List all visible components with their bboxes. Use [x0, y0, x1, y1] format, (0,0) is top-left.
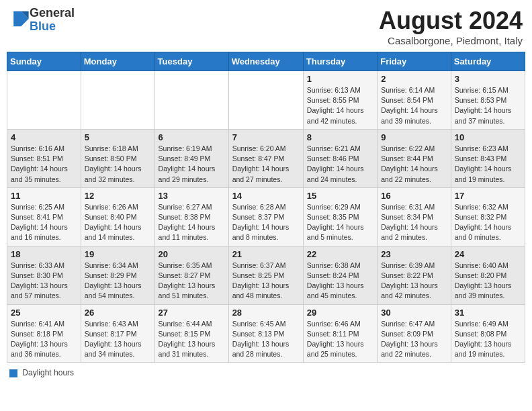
header-day-friday: Friday — [378, 52, 451, 71]
day-number: 21 — [232, 249, 300, 259]
logo-text: General Blue — [30, 7, 75, 34]
calendar-cell: 27Sunrise: 6:44 AMSunset: 8:15 PMDayligh… — [154, 304, 228, 363]
title-block: August 2024 Casalborgone, Piedmont, Ital… — [379, 7, 523, 46]
day-number: 25 — [11, 308, 77, 318]
day-number: 4 — [11, 132, 77, 142]
day-info: Sunrise: 6:20 AMSunset: 8:47 PMDaylight:… — [232, 144, 300, 185]
calendar-cell: 23Sunrise: 6:39 AMSunset: 8:22 PMDayligh… — [378, 246, 451, 304]
calendar-cell: 25Sunrise: 6:41 AMSunset: 8:18 PMDayligh… — [7, 304, 81, 363]
day-number: 8 — [307, 132, 373, 142]
calendar-cell: 30Sunrise: 6:47 AMSunset: 8:09 PMDayligh… — [378, 304, 451, 363]
day-number: 15 — [307, 191, 373, 201]
day-info: Sunrise: 6:16 AMSunset: 8:51 PMDaylight:… — [11, 144, 77, 185]
header-day-saturday: Saturday — [451, 52, 525, 71]
calendar-cell: 28Sunrise: 6:45 AMSunset: 8:13 PMDayligh… — [228, 304, 303, 363]
day-number: 26 — [85, 308, 151, 318]
calendar-week-5: 25Sunrise: 6:41 AMSunset: 8:18 PMDayligh… — [7, 304, 525, 363]
calendar-cell: 5Sunrise: 6:18 AMSunset: 8:50 PMDaylight… — [81, 129, 154, 187]
calendar-cell: 21Sunrise: 6:37 AMSunset: 8:25 PMDayligh… — [228, 246, 303, 304]
day-info: Sunrise: 6:32 AMSunset: 8:32 PMDaylight:… — [455, 202, 521, 243]
calendar-cell: 20Sunrise: 6:35 AMSunset: 8:27 PMDayligh… — [154, 246, 228, 304]
day-info: Sunrise: 6:46 AMSunset: 8:11 PMDaylight:… — [307, 319, 373, 360]
day-info: Sunrise: 6:19 AMSunset: 8:49 PMDaylight:… — [159, 144, 225, 185]
calendar-cell: 3Sunrise: 6:15 AMSunset: 8:53 PMDaylight… — [451, 71, 525, 130]
location: Casalborgone, Piedmont, Italy — [379, 35, 523, 46]
day-number: 11 — [11, 191, 77, 201]
day-number: 1 — [307, 74, 373, 84]
calendar-cell — [81, 71, 154, 130]
header-day-sunday: Sunday — [7, 52, 81, 71]
day-number: 18 — [11, 249, 77, 259]
calendar-cell — [154, 71, 228, 130]
calendar-cell: 31Sunrise: 6:49 AMSunset: 8:08 PMDayligh… — [451, 304, 525, 363]
day-number: 9 — [381, 132, 447, 142]
calendar-cell — [7, 71, 81, 130]
header-day-thursday: Thursday — [303, 52, 377, 71]
day-info: Sunrise: 6:45 AMSunset: 8:13 PMDaylight:… — [232, 319, 300, 360]
day-number: 27 — [159, 308, 225, 318]
day-number: 17 — [455, 191, 521, 201]
daylight-dot — [9, 369, 17, 377]
day-info: Sunrise: 6:26 AMSunset: 8:40 PMDaylight:… — [85, 202, 151, 243]
daylight-label: Daylight hours — [22, 368, 74, 377]
day-info: Sunrise: 6:44 AMSunset: 8:15 PMDaylight:… — [159, 319, 225, 360]
day-info: Sunrise: 6:22 AMSunset: 8:44 PMDaylight:… — [381, 144, 447, 185]
day-info: Sunrise: 6:47 AMSunset: 8:09 PMDaylight:… — [381, 319, 447, 360]
calendar-week-2: 4Sunrise: 6:16 AMSunset: 8:51 PMDaylight… — [7, 129, 525, 187]
day-info: Sunrise: 6:40 AMSunset: 8:20 PMDaylight:… — [455, 261, 521, 302]
page-header: General Blue August 2024 Casalborgone, P… — [7, 7, 525, 46]
day-number: 23 — [381, 249, 447, 259]
day-info: Sunrise: 6:33 AMSunset: 8:30 PMDaylight:… — [11, 261, 77, 302]
calendar-header: SundayMondayTuesdayWednesdayThursdayFrid… — [7, 52, 525, 71]
day-info: Sunrise: 6:14 AMSunset: 8:54 PMDaylight:… — [381, 85, 447, 126]
day-info: Sunrise: 6:39 AMSunset: 8:22 PMDaylight:… — [381, 261, 447, 302]
day-number: 28 — [232, 308, 300, 318]
day-info: Sunrise: 6:31 AMSunset: 8:34 PMDaylight:… — [381, 202, 447, 243]
header-day-tuesday: Tuesday — [154, 52, 228, 71]
day-number: 22 — [307, 249, 373, 259]
calendar-cell: 29Sunrise: 6:46 AMSunset: 8:11 PMDayligh… — [303, 304, 377, 363]
calendar-cell: 15Sunrise: 6:29 AMSunset: 8:35 PMDayligh… — [303, 187, 377, 246]
calendar-cell: 8Sunrise: 6:21 AMSunset: 8:46 PMDaylight… — [303, 129, 377, 187]
calendar-cell: 14Sunrise: 6:28 AMSunset: 8:37 PMDayligh… — [228, 187, 303, 246]
header-day-wednesday: Wednesday — [228, 52, 303, 71]
calendar-cell: 2Sunrise: 6:14 AMSunset: 8:54 PMDaylight… — [378, 71, 451, 130]
day-info: Sunrise: 6:13 AMSunset: 8:55 PMDaylight:… — [307, 85, 373, 126]
calendar-table: SundayMondayTuesdayWednesdayThursdayFrid… — [7, 52, 525, 363]
day-info: Sunrise: 6:29 AMSunset: 8:35 PMDaylight:… — [307, 202, 373, 243]
calendar-cell: 12Sunrise: 6:26 AMSunset: 8:40 PMDayligh… — [81, 187, 154, 246]
day-info: Sunrise: 6:27 AMSunset: 8:38 PMDaylight:… — [159, 202, 225, 243]
day-info: Sunrise: 6:25 AMSunset: 8:41 PMDaylight:… — [11, 202, 77, 243]
day-info: Sunrise: 6:35 AMSunset: 8:27 PMDaylight:… — [159, 261, 225, 302]
day-number: 24 — [455, 249, 521, 259]
day-info: Sunrise: 6:38 AMSunset: 8:24 PMDaylight:… — [307, 261, 373, 302]
logo-icon — [11, 9, 30, 28]
calendar-cell: 1Sunrise: 6:13 AMSunset: 8:55 PMDaylight… — [303, 71, 377, 130]
logo-general: General — [30, 6, 75, 19]
day-info: Sunrise: 6:34 AMSunset: 8:29 PMDaylight:… — [85, 261, 151, 302]
day-number: 12 — [85, 191, 151, 201]
day-number: 7 — [232, 132, 300, 142]
day-info: Sunrise: 6:43 AMSunset: 8:17 PMDaylight:… — [85, 319, 151, 360]
day-number: 6 — [159, 132, 225, 142]
day-number: 20 — [159, 249, 225, 259]
day-info: Sunrise: 6:37 AMSunset: 8:25 PMDaylight:… — [232, 261, 300, 302]
day-number: 16 — [381, 191, 447, 201]
calendar-cell — [228, 71, 303, 130]
day-number: 19 — [85, 249, 151, 259]
day-info: Sunrise: 6:28 AMSunset: 8:37 PMDaylight:… — [232, 202, 300, 243]
calendar-cell: 6Sunrise: 6:19 AMSunset: 8:49 PMDaylight… — [154, 129, 228, 187]
day-number: 2 — [381, 74, 447, 84]
day-number: 3 — [455, 74, 521, 84]
day-info: Sunrise: 6:23 AMSunset: 8:43 PMDaylight:… — [455, 144, 521, 185]
day-info: Sunrise: 6:15 AMSunset: 8:53 PMDaylight:… — [455, 85, 521, 126]
calendar-week-3: 11Sunrise: 6:25 AMSunset: 8:41 PMDayligh… — [7, 187, 525, 246]
day-info: Sunrise: 6:41 AMSunset: 8:18 PMDaylight:… — [11, 319, 77, 360]
month-year: August 2024 — [379, 7, 523, 35]
day-number: 30 — [381, 308, 447, 318]
calendar-cell: 22Sunrise: 6:38 AMSunset: 8:24 PMDayligh… — [303, 246, 377, 304]
day-number: 14 — [232, 191, 300, 201]
logo: General Blue — [9, 7, 75, 34]
header-row: SundayMondayTuesdayWednesdayThursdayFrid… — [7, 52, 525, 71]
day-number: 31 — [455, 308, 521, 318]
